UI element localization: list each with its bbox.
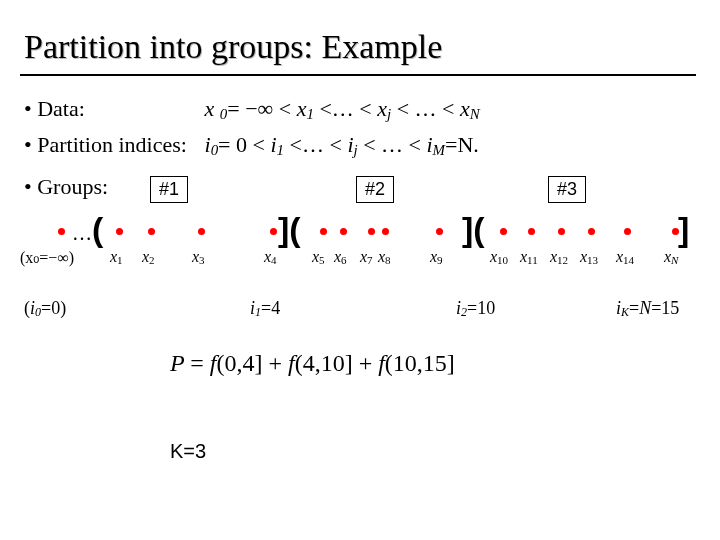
hash-3-box: #3 — [548, 176, 586, 203]
close-bracket-2: ]( — [462, 210, 485, 249]
x-label: x8 — [378, 248, 391, 266]
dot — [340, 228, 347, 235]
dot — [558, 228, 565, 235]
x0-label: (x₀=−∞) — [20, 248, 74, 267]
x-label: x4 — [264, 248, 277, 266]
x-label: x6 — [334, 248, 347, 266]
t: x — [205, 96, 220, 121]
dot — [116, 228, 123, 235]
x-label: x7 — [360, 248, 373, 266]
t: = 0 < — [218, 132, 270, 157]
iK-label: iK=N=15 — [616, 298, 679, 320]
equation: P = f(0,4] + f(4,10] + f(10,15] — [170, 350, 455, 377]
dot — [624, 228, 631, 235]
x-label: x11 — [520, 248, 538, 266]
dot — [320, 228, 327, 235]
dot — [148, 228, 155, 235]
t: =N. — [445, 132, 479, 157]
x-label: x14 — [616, 248, 634, 266]
dot — [58, 228, 65, 235]
dot — [500, 228, 507, 235]
dot — [528, 228, 535, 235]
x-label: x10 — [490, 248, 508, 266]
open-bracket-1: ( — [92, 210, 103, 249]
t: = −∞ < — [227, 96, 296, 121]
bullet-data: • Data: x 0= −∞ < x1 <… < xj < … < xN — [24, 96, 480, 123]
t: 1 — [277, 142, 284, 158]
t: x — [297, 96, 307, 121]
x-label: x2 — [142, 248, 155, 266]
bullet-pi-expr: i0= 0 < i1 <… < ij < … < iM=N. — [205, 132, 479, 157]
k-value: K=3 — [170, 440, 206, 463]
slide: Partition into groups: Example • Data: x… — [0, 0, 720, 540]
t: 0 — [211, 142, 218, 158]
t: <… < — [284, 132, 347, 157]
t: x — [377, 96, 387, 121]
close-bracket-1: ]( — [278, 210, 301, 249]
x-label: x5 — [312, 248, 325, 266]
dot — [368, 228, 375, 235]
x-label: x1 — [110, 248, 123, 266]
t: N — [470, 106, 480, 122]
dot — [270, 228, 277, 235]
t: M — [433, 142, 445, 158]
x-label: x3 — [192, 248, 205, 266]
x-label: x12 — [550, 248, 568, 266]
i2-label: i2=10 — [456, 298, 495, 320]
title-underline — [20, 74, 696, 76]
bullet-data-label: • Data: — [24, 96, 199, 122]
bullet-data-expr: x 0= −∞ < x1 <… < xj < … < xN — [205, 96, 480, 121]
t: < … < — [358, 132, 427, 157]
dot — [436, 228, 443, 235]
close-bracket-3: ] — [678, 210, 689, 249]
t: <… < — [314, 96, 377, 121]
i0-label: (i0=0) — [24, 298, 66, 320]
x-label: x13 — [580, 248, 598, 266]
x-label: xN — [664, 248, 678, 266]
ellipsis: … — [72, 222, 92, 245]
dot — [198, 228, 205, 235]
hash-1-box: #1 — [150, 176, 188, 203]
hash-2-box: #2 — [356, 176, 394, 203]
dot — [382, 228, 389, 235]
bullet-pi-label: • Partition indices: — [24, 132, 199, 158]
t: < … < — [391, 96, 460, 121]
t: x — [460, 96, 470, 121]
x-label: x9 — [430, 248, 443, 266]
bullet-partition-indices: • Partition indices: i0= 0 < i1 <… < ij … — [24, 132, 479, 159]
t: 1 — [306, 106, 313, 122]
i1-label: i1=4 — [250, 298, 280, 320]
bullet-groups-label: • Groups: — [24, 174, 108, 200]
slide-title: Partition into groups: Example — [24, 28, 442, 66]
dot — [588, 228, 595, 235]
axis: … ( ]( ]( ] (x₀=−∞) x1 x2 x3 x4 x5 x6 x7… — [20, 216, 700, 296]
